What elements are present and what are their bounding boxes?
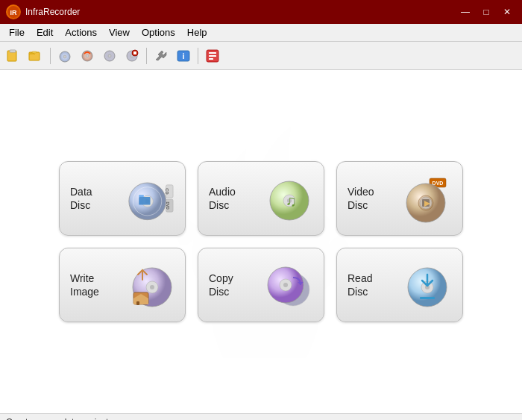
- svg-text:i: i: [182, 51, 184, 60]
- toolbar-separator-2: [146, 48, 147, 64]
- video-disc-icon: DVD: [403, 172, 452, 225]
- menu-bar: FileEditActionsViewOptionsHelp: [0, 24, 522, 42]
- disc-info-button[interactable]: i: [173, 46, 194, 66]
- svg-text:♫: ♫: [286, 192, 297, 209]
- menu-item-file[interactable]: File: [3, 25, 31, 40]
- menu-item-edit[interactable]: Edit: [31, 25, 59, 40]
- copy-disc-label: CopyDisc: [209, 272, 265, 298]
- audio-disc-button[interactable]: AudioDisc ♫: [198, 161, 324, 236]
- project-props-button[interactable]: [202, 46, 223, 66]
- video-disc-label: VideoDisc: [348, 185, 403, 212]
- svg-rect-29: [139, 195, 144, 197]
- audio-disc-label: AudioDisc: [209, 185, 265, 212]
- status-text: Create a new data project.: [6, 417, 111, 421]
- svg-text:DVD: DVD: [166, 202, 169, 210]
- audio-disc-icon: ♫: [265, 172, 313, 225]
- data-disc-icon: CD DVD: [126, 172, 174, 225]
- svg-point-9: [86, 54, 89, 57]
- erase-disc-button[interactable]: [77, 46, 98, 66]
- read-disc-button[interactable]: ReadDisc: [336, 248, 463, 322]
- write-image-button[interactable]: WriteImage: [59, 248, 186, 322]
- title-bar: IR InfraRecorder — □ ✕: [0, 0, 522, 24]
- write-image-icon: [126, 259, 174, 311]
- svg-rect-3: [10, 50, 16, 52]
- maximize-button[interactable]: □: [477, 4, 495, 19]
- svg-rect-19: [209, 52, 216, 54]
- eject-button[interactable]: [99, 46, 120, 66]
- toolbar-separator-1: [50, 48, 51, 64]
- toolbar-separator-3: [198, 48, 198, 64]
- menu-item-actions[interactable]: Actions: [59, 25, 103, 40]
- app-icon: IR: [6, 4, 21, 19]
- data-disc-button[interactable]: DataDisc CD DVD: [59, 161, 186, 236]
- new-project-button[interactable]: [3, 46, 24, 66]
- write-image-label: WriteImage: [70, 272, 126, 298]
- open-button[interactable]: [25, 46, 46, 66]
- data-disc-label: DataDisc: [70, 185, 126, 212]
- svg-point-11: [108, 54, 111, 57]
- minimize-button[interactable]: —: [456, 4, 474, 19]
- svg-rect-61: [420, 297, 435, 299]
- svg-rect-5: [32, 51, 37, 53]
- read-disc-icon: [403, 259, 452, 311]
- window-controls: — □ ✕: [456, 4, 516, 19]
- svg-rect-15: [133, 51, 136, 54]
- stop-button[interactable]: [122, 46, 142, 66]
- tools-button[interactable]: [151, 46, 172, 66]
- video-disc-button[interactable]: VideoDisc DVD: [336, 161, 463, 236]
- svg-rect-21: [209, 58, 213, 60]
- svg-point-48: [150, 285, 154, 289]
- svg-text:IR: IR: [10, 9, 18, 16]
- menu-item-options[interactable]: Options: [136, 25, 181, 40]
- menu-item-help[interactable]: Help: [181, 25, 213, 40]
- read-disc-label: ReadDisc: [348, 272, 403, 298]
- status-bar: Create a new data project.: [0, 413, 522, 420]
- close-button[interactable]: ✕: [498, 4, 516, 19]
- svg-rect-28: [139, 197, 150, 205]
- app-title: InfraRecorder: [25, 7, 456, 17]
- menu-item-view[interactable]: View: [103, 25, 136, 40]
- copy-disc-icon: [265, 259, 313, 311]
- svg-rect-51: [136, 301, 139, 305]
- svg-text:CD: CD: [165, 188, 169, 194]
- svg-rect-20: [209, 55, 216, 57]
- svg-point-56: [283, 283, 288, 287]
- button-grid: DataDisc CD DVD: [59, 161, 463, 322]
- toolbar: i: [0, 42, 522, 70]
- copy-disc-button[interactable]: CopyDisc: [198, 248, 324, 322]
- burn-disc-button[interactable]: [54, 46, 75, 66]
- svg-point-7: [63, 55, 66, 58]
- main-content: DataDisc CD DVD: [0, 70, 522, 413]
